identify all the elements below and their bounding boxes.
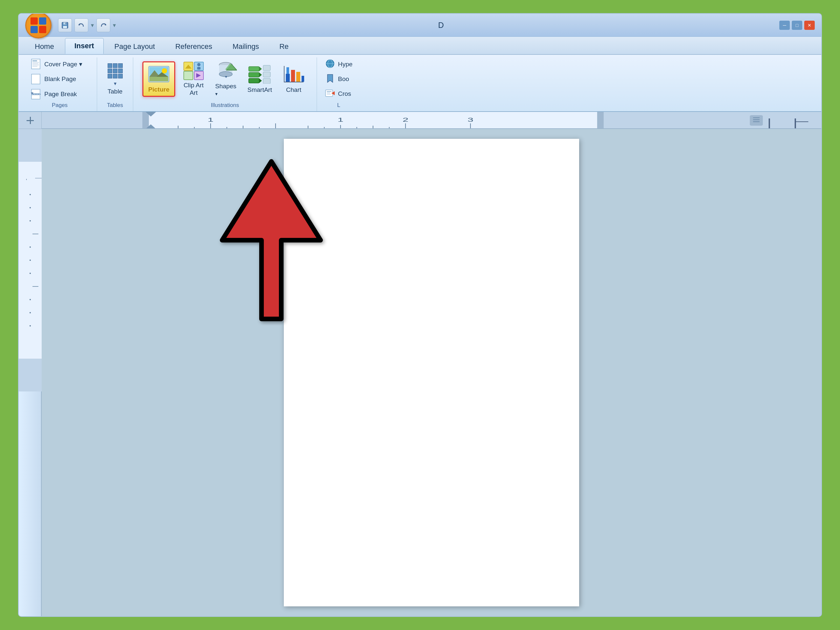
- table-icon: [107, 63, 123, 79]
- bookmark-label: Boo: [338, 76, 349, 83]
- picture-button-label: Picture: [148, 86, 169, 93]
- doc-scroll-area: -: [19, 129, 821, 616]
- hyperlink-icon: [325, 59, 335, 70]
- picture-button[interactable]: Picture: [142, 62, 175, 97]
- maximize-button[interactable]: □: [792, 21, 802, 30]
- word-window: ▾ ▾ D ─ □ ✕ Home Insert Page Layout Refe…: [18, 13, 822, 617]
- clipart-label: Clip Art Art: [183, 82, 204, 97]
- tab-insert[interactable]: Insert: [65, 38, 104, 54]
- svg-point-100: [30, 207, 31, 208]
- ribbon-content: Cover Page ▾ Blank Page: [19, 55, 821, 112]
- undo-button[interactable]: [74, 18, 88, 32]
- svg-rect-48: [296, 72, 300, 82]
- office-logo[interactable]: [25, 13, 52, 38]
- close-button[interactable]: ✕: [804, 21, 815, 30]
- links-group: Hype Boo: [317, 57, 360, 111]
- chart-icon: [283, 65, 305, 85]
- horizontal-ruler: 1 1: [42, 112, 821, 129]
- illustrations-buttons: Picture: [142, 57, 308, 101]
- page-break-button[interactable]: Page Break: [28, 88, 91, 101]
- illustrations-group: Picture: [133, 57, 317, 111]
- svg-point-99: [30, 194, 31, 195]
- tab-mailings[interactable]: Mailings: [223, 39, 269, 54]
- blank-page-button[interactable]: Blank Page: [28, 73, 91, 86]
- save-button[interactable]: [58, 18, 72, 32]
- svg-rect-49: [302, 76, 304, 82]
- svg-rect-9: [33, 66, 38, 66]
- svg-text:2: 2: [403, 117, 409, 123]
- svg-rect-60: [30, 117, 31, 124]
- svg-rect-65: [597, 112, 604, 129]
- svg-point-101: [30, 220, 31, 221]
- svg-rect-5: [33, 60, 37, 62]
- svg-rect-24: [197, 67, 201, 69]
- chart-label: Chart: [286, 86, 301, 93]
- svg-rect-45: [284, 66, 284, 82]
- title-bar: ▾ ▾ D ─ □ ✕: [19, 14, 821, 37]
- clipart-button[interactable]: Clip Art Art: [180, 60, 207, 98]
- hyperlink-label: Hype: [338, 61, 352, 68]
- chart-button[interactable]: Chart: [280, 63, 308, 95]
- ruler-corner[interactable]: [19, 112, 42, 129]
- tab-references[interactable]: References: [166, 39, 222, 54]
- svg-text:1: 1: [338, 117, 344, 123]
- svg-rect-87: [750, 115, 763, 126]
- svg-point-107: [30, 299, 31, 300]
- table-button[interactable]: ▾ Table: [104, 62, 126, 97]
- pages-group-label: Pages: [52, 101, 68, 109]
- links-buttons: Hype Boo: [323, 57, 354, 101]
- blank-page-icon: [30, 74, 42, 85]
- document-page[interactable]: [284, 139, 579, 606]
- tab-home[interactable]: Home: [25, 39, 64, 54]
- svg-rect-50: [286, 67, 289, 74]
- table-button-label: Table: [107, 88, 122, 95]
- svg-rect-6: [33, 62, 39, 63]
- shapes-button[interactable]: Shapes ▾: [212, 60, 240, 98]
- svg-rect-46: [286, 74, 290, 82]
- tab-review[interactable]: Re: [270, 39, 298, 54]
- quick-access-toolbar: ▾ ▾: [58, 18, 116, 32]
- minimize-button[interactable]: ─: [779, 21, 790, 30]
- svg-point-23: [197, 63, 201, 66]
- svg-rect-42: [263, 72, 270, 77]
- hyperlink-button[interactable]: Hype: [323, 58, 354, 71]
- svg-rect-56: [327, 93, 330, 93]
- svg-text:-: -: [24, 178, 29, 180]
- svg-rect-37: [249, 73, 259, 77]
- shapes-icon: [215, 61, 237, 81]
- clipart-icon: [183, 62, 204, 81]
- svg-rect-13: [32, 95, 40, 99]
- redo-button[interactable]: [96, 18, 110, 32]
- svg-point-31: [219, 71, 232, 77]
- pages-group: Cover Page ▾ Blank Page: [23, 57, 97, 111]
- page-break-label: Page Break: [44, 90, 77, 98]
- document-area: 1 1: [19, 112, 821, 616]
- svg-rect-41: [263, 65, 270, 71]
- svg-rect-47: [291, 70, 295, 82]
- svg-point-108: [30, 312, 31, 313]
- crossref-button[interactable]: Cros: [323, 88, 353, 100]
- tables-group-label: Tables: [107, 101, 123, 109]
- illustrations-group-label: Illustrations: [211, 101, 239, 109]
- window-title: D: [438, 21, 457, 30]
- svg-rect-3: [66, 23, 66, 24]
- tab-pagelayout[interactable]: Page Layout: [105, 39, 165, 54]
- svg-rect-2: [63, 26, 67, 28]
- svg-point-104: [30, 259, 31, 261]
- cover-page-button[interactable]: Cover Page ▾: [28, 57, 91, 71]
- blank-page-label: Blank Page: [44, 76, 76, 83]
- svg-rect-10: [32, 74, 40, 84]
- svg-rect-7: [33, 63, 38, 64]
- svg-rect-35: [249, 66, 259, 71]
- svg-rect-20: [149, 77, 168, 81]
- picture-icon: [147, 65, 170, 85]
- crossref-label: Cros: [338, 90, 351, 98]
- svg-point-103: [30, 246, 31, 248]
- bookmark-button[interactable]: Boo: [323, 73, 351, 86]
- window-controls: ─ □ ✕: [779, 21, 815, 30]
- bookmark-icon: [325, 74, 335, 85]
- page-break-icon: [30, 88, 42, 100]
- cover-page-icon: [30, 58, 42, 69]
- ruler-container: 1 1: [19, 112, 821, 129]
- smartart-button[interactable]: SmartArt: [245, 63, 275, 95]
